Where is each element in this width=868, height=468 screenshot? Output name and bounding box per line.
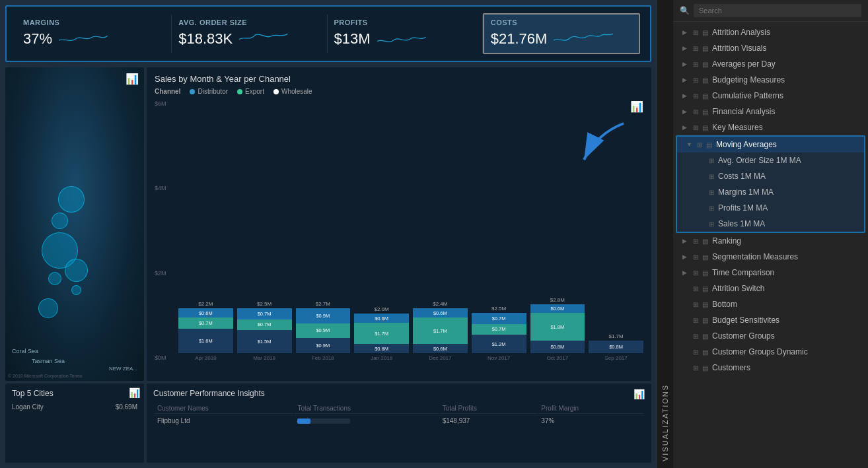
- sidebar-item-budgeting-measures[interactable]: ▶⊞▤Budgeting Measures: [673, 72, 868, 88]
- sidebar-item-segmentation-measures[interactable]: ▶⊞▤Segmentation Measures: [673, 249, 868, 265]
- y-label: $2M: [155, 270, 176, 277]
- sidebar-item-bottom[interactable]: ⊞▤Bottom: [673, 296, 868, 312]
- progress-bar-bg: [297, 418, 350, 424]
- bar-x-label: Feb 2018: [312, 355, 334, 361]
- sidebar-item-label: Margins 1M MA: [718, 187, 857, 197]
- sidebar-item-label: Attrition Visuals: [712, 44, 861, 53]
- bar-group-3: $2.0M$0.6M$1.7M$0.6MJan 2018: [354, 306, 409, 361]
- middle-row: 📊 Coral Sea Tasman Sea NEW ZEA... © 2018…: [5, 67, 651, 381]
- sparkline: [239, 29, 299, 49]
- bar-top-label: $2.7M: [316, 301, 330, 307]
- item-type-icon: ⊞: [693, 333, 698, 340]
- expand-icon: ▶: [682, 45, 689, 51]
- expand-icon: ▶: [682, 253, 689, 260]
- sparkline: [377, 29, 437, 49]
- sidebar-item-ranking[interactable]: ▶⊞▤Ranking: [673, 233, 868, 249]
- sidebar-item-attrition-visuals[interactable]: ▶⊞▤Attrition Visuals: [673, 40, 868, 56]
- sidebar-item-cumulative-patterns[interactable]: ▶⊞▤Cumulative Patterns: [673, 88, 868, 104]
- sidebar-item-label: Attrition Analysis: [712, 28, 861, 37]
- sidebar-item-label: Costs 1M MA: [718, 172, 857, 181]
- item-type-icon: ⊞: [693, 61, 698, 68]
- bar-stack: $0.7M$0.7M$1.2M: [472, 313, 526, 353]
- bar-x-label: Sep 2017: [604, 355, 627, 361]
- kpi-item-profits[interactable]: PROFITS $13M: [328, 15, 483, 53]
- page-icon: ▤: [702, 108, 708, 116]
- item-type-icon: ⊞: [693, 301, 698, 308]
- sidebar-item-label: Time Comparison: [712, 268, 861, 277]
- expand-icon: ▶: [682, 77, 689, 83]
- kpi-value: $13M: [334, 30, 371, 48]
- sidebar-item-attrition-switch[interactable]: ⊞▤Attrition Switch: [673, 281, 868, 296]
- col-total-transactions: Total Transactions: [295, 403, 438, 414]
- item-type-icon: ⊞: [709, 220, 714, 228]
- sidebar-item-customer-groups-dynamic[interactable]: ⊞▤Customer Groups Dynamic: [673, 344, 868, 360]
- bar-segment: $0.7M: [472, 324, 526, 335]
- sidebar-item-averages-per-day[interactable]: ▶⊞▤Averages per Day: [673, 56, 868, 72]
- top5-row: Logan City $0.69M: [12, 402, 137, 412]
- legend-dot: [237, 89, 242, 94]
- bar-segment: $0.6M: [413, 308, 468, 318]
- bar-top-label: $2.8M: [550, 297, 565, 303]
- sidebar-inner: VISUALIZATIONS 🔍 ▶⊞▤Attrition Analysis▶⊞…: [657, 0, 868, 468]
- sidebar-item-attrition-analysis[interactable]: ▶⊞▤Attrition Analysis: [673, 24, 868, 40]
- bar-segment: $0.9M: [296, 338, 351, 353]
- sidebar-item-customers[interactable]: ⊞▤Customers: [673, 360, 868, 376]
- bar-segment: $1.7M: [413, 318, 468, 344]
- sidebar-item-budget-sensitivites[interactable]: ⊞▤Budget Sensitivites: [673, 312, 868, 328]
- map-bubble: [48, 272, 61, 285]
- item-type-icon: ⊞: [693, 253, 698, 261]
- page-icon: ▤: [702, 269, 708, 277]
- map-label-newzea: NEW ZEA...: [109, 366, 137, 372]
- bottom-row: 📊 Top 5 Cities Logan City $0.69M 📊 Custo…: [5, 384, 651, 463]
- sidebar-item-customer-groups[interactable]: ⊞▤Customer Groups: [673, 328, 868, 344]
- col-profit-margin: Profit Margin: [538, 403, 643, 414]
- chart-area: 📊 $0M$2M$4M$6M $2.2M$0.6M$0.7M$1.6MApr 2…: [155, 100, 643, 374]
- sidebar-item-sales-1m-ma[interactable]: ⊞Sales 1M MA: [677, 216, 864, 232]
- sidebar-item-margins-1m-ma[interactable]: ⊞Margins 1M MA: [677, 184, 864, 200]
- sidebar-item-avg-order-size-1m-ma[interactable]: ⊞Avg. Order Size 1M MA: [677, 152, 864, 168]
- bar-top-label: $1.7M: [609, 333, 624, 339]
- sidebar-item-moving-averages[interactable]: ▼⊞▤Moving Averages: [677, 137, 864, 152]
- y-label: $6M: [155, 100, 176, 107]
- map-icon: 📊: [126, 73, 139, 85]
- bar-segment: $0.9M: [296, 323, 351, 339]
- bar-group-4: $2.4M$0.6M$1.7M$0.6MDec 2017: [413, 301, 468, 361]
- legend-dot: [190, 89, 195, 94]
- search-input[interactable]: [694, 4, 861, 17]
- sidebar-item-key-measures[interactable]: ▶⊞▤Key Measures: [673, 119, 868, 135]
- bar-segment: $0.7M: [237, 319, 292, 330]
- legend-item-wholesale: Wholesale: [273, 88, 312, 95]
- y-label: $4M: [155, 185, 176, 191]
- sidebar: VISUALIZATIONS 🔍 ▶⊞▤Attrition Analysis▶⊞…: [657, 0, 868, 468]
- kpi-item-costs[interactable]: COSTS $21.76M: [483, 13, 640, 54]
- bar-segment: $0.8M: [530, 341, 585, 353]
- bar-group-6: $2.8M$0.6M$1.8M$0.8MOct 2017: [530, 297, 585, 361]
- expand-icon: ▶: [682, 92, 689, 99]
- kpi-item-margins[interactable]: MARGINS 37%: [17, 15, 172, 53]
- page-icon: ▤: [702, 45, 708, 52]
- sidebar-item-financial-analysis[interactable]: ▶⊞▤Financial Analysis: [673, 104, 868, 119]
- bar-group-5: $2.5M$0.7M$0.7M$1.2MNov 2017: [472, 306, 526, 361]
- kpi-label: COSTS: [491, 18, 632, 26]
- expand-icon: ▼: [686, 141, 693, 148]
- sidebar-content: ▶⊞▤Attrition Analysis▶⊞▤Attrition Visual…: [673, 22, 868, 468]
- main-content: MARGINS 37% AVG. ORDER SIZE $18.83K PROF…: [0, 0, 657, 468]
- sidebar-item-label: Budgeting Measures: [712, 75, 861, 84]
- legend-channel-label: Channel: [155, 88, 180, 95]
- customer-panel: 📊 Customer Performance Insights Customer…: [147, 384, 651, 463]
- sidebar-item-profits-1m-ma[interactable]: ⊞Profits 1M MA: [677, 200, 864, 216]
- bar-segment: $0.6M: [530, 304, 585, 314]
- bar-segment: $1.2M: [472, 335, 526, 353]
- sparkline: [59, 29, 118, 49]
- bar-top-label: $2.5M: [491, 306, 506, 312]
- item-type-icon: ⊞: [693, 285, 698, 292]
- sidebar-item-time-comparison[interactable]: ▶⊞▤Time Comparison: [673, 265, 868, 281]
- sidebar-item-label: Customers: [712, 363, 861, 372]
- page-icon: ▤: [702, 285, 708, 292]
- col-customer-names: Customer Names: [155, 403, 293, 414]
- item-type-icon: ⊞: [693, 29, 698, 36]
- chart-panel: Sales by Month & Year per Channel Channe…: [147, 67, 651, 381]
- kpi-item-avg--order-size[interactable]: AVG. ORDER SIZE $18.83K: [172, 15, 327, 53]
- sidebar-item-costs-1m-ma[interactable]: ⊞Costs 1M MA: [677, 168, 864, 184]
- customer-name: Flipbug Ltd: [155, 415, 293, 426]
